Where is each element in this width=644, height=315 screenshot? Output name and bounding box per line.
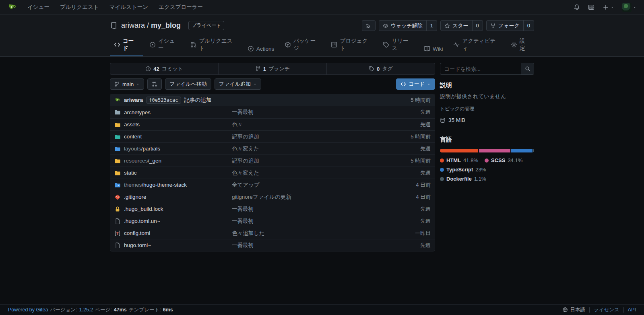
goto-file-button[interactable]: ファイルへ移動 — [165, 78, 211, 90]
tab-issues[interactable]: イシュー — [145, 34, 184, 56]
compare-button[interactable] — [147, 78, 162, 90]
latest-commit-row: ariwara f0e523acac 記事の追加 5 時間前 — [110, 94, 435, 106]
tag-icon — [383, 41, 389, 48]
tab-activity[interactable]: アクティビティ — [449, 34, 504, 56]
star-button[interactable]: スター — [441, 21, 472, 31]
file-name-link[interactable]: static — [124, 170, 137, 176]
nav-item-milestones[interactable]: マイルストーン — [109, 4, 148, 11]
book-icon — [424, 45, 430, 52]
languages-heading: 言語 — [440, 136, 534, 144]
nav-item-issues[interactable]: イシュー — [27, 4, 50, 11]
file-commit-message-link[interactable]: 一番最初 — [232, 206, 382, 213]
file-commit-message-link[interactable]: 一番最初 — [232, 242, 382, 249]
fork-button[interactable]: フォーク — [487, 21, 523, 31]
file-name-link[interactable]: content — [124, 134, 142, 140]
tab-code[interactable]: コード — [110, 34, 143, 56]
clone-code-button[interactable]: コード — [396, 78, 435, 90]
file-commit-message-link[interactable]: 一番最初 — [232, 109, 382, 116]
tab-releases[interactable]: リリース — [379, 34, 417, 56]
file-commit-message-link[interactable]: 記事の追加 — [232, 133, 382, 140]
file-commit-message-link[interactable]: 一番最初 — [232, 218, 382, 225]
nav-item-pull-requests[interactable]: プルリクエスト — [60, 4, 99, 11]
commits-stat[interactable]: 42コミット — [110, 63, 218, 74]
file-name-link[interactable]: config.toml — [124, 230, 150, 236]
file-name-link[interactable]: archetypes — [124, 109, 151, 115]
file-commit-message-link[interactable]: gitignoreファイルの更新 — [232, 194, 382, 201]
file-row: archetypes 一番最初 先週 — [110, 106, 435, 118]
manage-topics-link[interactable]: トピックの管理 — [440, 105, 474, 112]
commit-author-link[interactable]: ariwara — [124, 97, 143, 103]
commit-time: 5 時間前 — [411, 97, 431, 104]
rss-icon — [366, 23, 372, 29]
file-commit-message-link[interactable]: 色々 — [232, 121, 382, 128]
version-link[interactable]: 1.25.2 — [79, 307, 93, 313]
tab-actions[interactable]: Actions — [244, 42, 278, 56]
file-name-link[interactable]: assets — [124, 121, 140, 128]
branches-stat[interactable]: 1ブランチ — [218, 63, 326, 74]
fork-icon — [490, 23, 496, 29]
add-file-button[interactable]: ファイル追加 — [215, 78, 261, 90]
fork-count[interactable]: 0 — [523, 21, 534, 31]
tab-pull-requests[interactable]: プルリクエスト — [186, 34, 242, 56]
watch-count[interactable]: 1 — [426, 21, 437, 31]
create-new-button[interactable] — [603, 4, 614, 10]
file-row: themes/hugo-theme-stack 全てアップ 4 日前 — [110, 179, 435, 191]
user-menu-button[interactable] — [622, 3, 637, 12]
tab-settings[interactable]: 設定 — [507, 34, 534, 56]
repo-owner-link[interactable]: ariwara — [121, 21, 145, 29]
file-name-link[interactable]: resources/_gen — [124, 158, 161, 164]
file-commit-message-link[interactable]: 色々変えた — [232, 169, 382, 177]
file-commit-time: 先週 — [382, 109, 431, 116]
star-count[interactable]: 0 — [472, 21, 483, 31]
file-commit-time: 先週 — [382, 242, 431, 249]
commit-sha-link[interactable]: f0e523acac — [146, 97, 181, 104]
file-name-link[interactable]: .gitignore — [124, 194, 147, 200]
tab-packages[interactable]: パッケージ — [281, 34, 324, 56]
tags-stat[interactable]: 0タグ — [326, 63, 435, 74]
star-button-group: スター 0 — [440, 20, 483, 31]
tab-projects[interactable]: プロジェクト — [327, 34, 376, 56]
file-name-link[interactable]: .hugo_build.lock — [124, 206, 163, 212]
commit-message-link[interactable]: 記事の追加 — [184, 97, 212, 104]
file-commit-message-link[interactable]: 全てアップ — [232, 181, 382, 189]
language-dot — [440, 177, 444, 181]
file-commit-message-link[interactable]: 記事の追加 — [232, 157, 382, 165]
history-icon — [145, 66, 151, 72]
folder-icon — [114, 158, 121, 164]
file-commit-message-link[interactable]: 色々追加した — [232, 230, 382, 237]
template-time-value: 6ms — [163, 307, 173, 313]
unwatch-button[interactable]: ウォッチ解除 — [379, 21, 426, 31]
chevron-down-icon — [136, 82, 140, 86]
gitea-logo[interactable] — [7, 2, 17, 12]
pulse-icon — [453, 41, 460, 48]
license-link[interactable]: ライセンス — [594, 307, 619, 313]
repo-name-link[interactable]: my_blog — [151, 21, 181, 29]
tab-wiki[interactable]: Wiki — [420, 42, 447, 56]
repo-tabs: コード イシュー プルリクエスト Actions パッケージ プロジェクト リリ… — [110, 34, 534, 56]
file-name-link[interactable]: .hugo.toml.un~ — [124, 218, 160, 224]
fork-button-group: フォーク 0 — [486, 20, 534, 31]
code-search-input[interactable] — [440, 63, 521, 74]
rss-button[interactable] — [362, 20, 376, 31]
file-name-link[interactable]: layouts/partials — [124, 146, 160, 152]
notifications-button[interactable] — [574, 4, 580, 10]
file-name-link[interactable]: hugo.toml~ — [124, 242, 151, 248]
file-row: layouts/partials 色々変えた 先週 — [110, 142, 435, 154]
admin-panel-button[interactable] — [588, 4, 594, 10]
repo-icon — [110, 22, 118, 29]
file-commit-time: 4 日前 — [382, 194, 431, 201]
code-search-button[interactable] — [521, 63, 534, 74]
nav-item-explore[interactable]: エクスプローラー — [159, 4, 203, 11]
file-name-link[interactable]: themes/hugo-theme-stack — [124, 182, 187, 188]
powered-by-link[interactable]: Powered by Gitea — [8, 307, 48, 313]
page-time-value: 47ms — [114, 307, 127, 313]
file-commit-message-link[interactable]: 色々変えた — [232, 145, 382, 152]
private-badge: プライベート — [188, 21, 224, 30]
file-row: config.toml 色々追加した 一昨日 — [110, 227, 435, 239]
branch-selector[interactable]: main — [110, 78, 144, 90]
language-selector[interactable]: 日本語 — [562, 307, 585, 313]
template-time-label: テンプレート: — [129, 307, 161, 313]
api-link[interactable]: API — [628, 307, 636, 313]
folder-icon — [114, 146, 121, 152]
watch-button-group: ウォッチ解除 1 — [379, 20, 437, 31]
